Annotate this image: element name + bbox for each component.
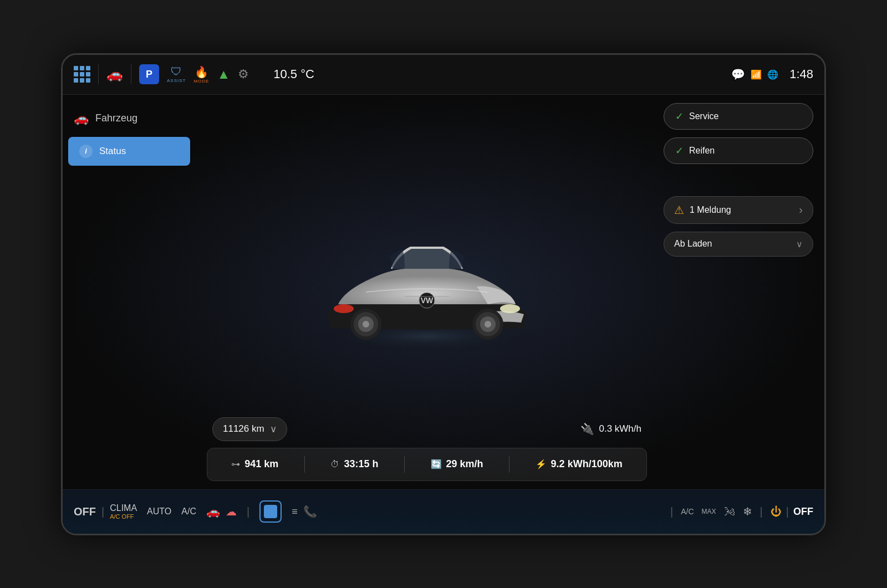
wifi-icon: 🌐 xyxy=(767,69,778,80)
ac-off-text: A/C OFF xyxy=(110,513,134,520)
km-value: 11126 km xyxy=(223,423,264,434)
speed-icon: 🔄 xyxy=(431,459,442,469)
assist-button[interactable]: 🛡 ASSIST xyxy=(167,65,186,83)
svg-point-1 xyxy=(500,304,520,313)
energy-display: 🔌 0.3 kWh/h xyxy=(580,422,641,436)
power-icon[interactable]: ⏻ xyxy=(771,505,782,518)
warning-label: 1 Meldung xyxy=(690,205,731,215)
stat-divider-3 xyxy=(509,456,509,473)
time-display: 1:48 xyxy=(789,67,813,81)
reifen-button[interactable]: ✓ Reifen xyxy=(664,137,813,164)
trip-distance: ⊶ 941 km xyxy=(231,458,278,470)
top-bar-right: 💬 📶 🌐 1:48 xyxy=(731,67,813,81)
warning-chevron-icon: › xyxy=(799,203,803,216)
seat-heat-icon[interactable]: 🚗 xyxy=(206,505,220,518)
climate-square-button[interactable] xyxy=(259,500,282,523)
time-icon: ⏱ xyxy=(330,459,339,469)
park-button[interactable]: P xyxy=(139,64,159,84)
message-icon[interactable]: 💬 xyxy=(731,68,745,81)
abladen-button[interactable]: Ab Laden ∨ xyxy=(664,232,813,257)
navigation-icon[interactable]: ▲ xyxy=(217,67,230,82)
ac-label[interactable]: A/C xyxy=(181,507,196,517)
temperature-display: 10.5 °C xyxy=(273,67,314,81)
square-icon xyxy=(264,505,277,518)
mode-button[interactable]: 🔥 MODE xyxy=(193,65,209,84)
climate-separator-4: | xyxy=(760,505,763,518)
distance-value: 941 km xyxy=(244,458,278,470)
trip-stats-row: ⊶ 941 km ⏱ 33:15 h 🔄 29 km/h xyxy=(207,448,647,481)
abladen-label: Ab Laden xyxy=(674,239,712,249)
defrost-icon[interactable]: ❄ xyxy=(743,505,752,518)
time-value: 33:15 h xyxy=(344,458,378,470)
climate-separator-1: | xyxy=(101,505,104,518)
service-button[interactable]: ✓ Service xyxy=(664,103,813,130)
stats-area: 11126 km ∨ 🔌 0.3 kWh/h ⊶ 941 km xyxy=(196,412,658,489)
power-off-group: ⏻ | OFF xyxy=(771,505,813,518)
separator-1 xyxy=(98,64,99,84)
climate-separator-3: | xyxy=(670,505,673,518)
top-bar-left: 🚗 P 🛡 ASSIST 🔥 MODE ▲ ⚙ 10.5 °C xyxy=(74,64,723,84)
km-chevron-icon: ∨ xyxy=(270,423,277,435)
reifen-label: Reifen xyxy=(689,146,715,156)
status-info-icon: i xyxy=(79,145,93,158)
svg-point-2 xyxy=(334,304,354,313)
reifen-check-icon: ✓ xyxy=(675,145,684,157)
main-screen: 🚗 P 🛡 ASSIST 🔥 MODE ▲ ⚙ 10.5 °C 💬 📶 xyxy=(61,53,826,535)
service-check-icon: ✓ xyxy=(675,110,684,122)
abladen-chevron-icon: ∨ xyxy=(796,239,803,249)
trip-speed: 🔄 29 km/h xyxy=(431,458,483,470)
sidebar: 🚗 Fahrzeug i Status xyxy=(63,95,196,489)
warning-triangle-icon: ⚠ xyxy=(674,203,684,217)
settings-icon[interactable]: ⚙ xyxy=(238,67,249,81)
warning-button[interactable]: ⚠ 1 Meldung › xyxy=(664,196,813,224)
climate-bar: OFF | CLIMA A/C OFF AUTO A/C 🚗 ☁ | ≡ 📞 |… xyxy=(63,489,824,534)
energy-plug-icon: 🔌 xyxy=(580,422,594,436)
svg-text:VW: VW xyxy=(421,296,434,305)
clima-text: CLIMA xyxy=(110,503,137,513)
signal-bar-icon: 📶 xyxy=(751,69,762,80)
consumption-value: 9.2 kWh/100km xyxy=(551,458,623,470)
consumption-icon: ⚡ xyxy=(536,459,547,469)
fan-left-icon[interactable]: ☁ xyxy=(226,505,237,518)
fan-right-icon[interactable]: 🌬 xyxy=(724,505,735,518)
trip-time: ⏱ 33:15 h xyxy=(330,458,378,470)
energy-value: 0.3 kWh/h xyxy=(599,423,641,434)
top-bar: 🚗 P 🛡 ASSIST 🔥 MODE ▲ ⚙ 10.5 °C 💬 📶 xyxy=(63,55,824,95)
trip-consumption: ⚡ 9.2 kWh/100km xyxy=(536,458,623,470)
car-nav-icon[interactable]: 🚗 xyxy=(106,67,123,82)
sidebar-item-status[interactable]: i Status xyxy=(68,137,190,166)
sidebar-header: 🚗 Fahrzeug xyxy=(63,106,196,137)
service-label: Service xyxy=(689,111,718,121)
km-selector[interactable]: 11126 km ∨ xyxy=(212,417,287,441)
grid-icon[interactable] xyxy=(74,66,90,83)
right-off-label: OFF xyxy=(793,506,813,518)
speed-value: 29 km/h xyxy=(446,458,483,470)
climate-separator-2: | xyxy=(247,505,249,518)
heat-lines-icon: ≡ xyxy=(292,506,298,518)
ac-max-sub-label: MAX xyxy=(702,508,716,515)
sidebar-title: Fahrzeug xyxy=(95,113,137,124)
spacer xyxy=(664,172,813,188)
ac-max-label: A/C xyxy=(681,507,694,516)
right-panel: ✓ Service ✓ Reifen ⚠ 1 Meldung › Ab Lade… xyxy=(658,95,824,489)
car-area: VW 11126 km ∨ 🔌 0.3 kWh/h xyxy=(196,95,658,489)
svg-point-10 xyxy=(485,321,491,328)
vehicle-icon: 🚗 xyxy=(74,111,89,126)
climate-separator-5: | xyxy=(786,505,789,518)
separator-2 xyxy=(131,64,131,84)
stat-divider-1 xyxy=(304,456,305,473)
stat-divider-2 xyxy=(404,456,405,473)
car-illustration: VW xyxy=(294,203,560,359)
sidebar-item-status-label: Status xyxy=(99,146,126,157)
clima-label-group: CLIMA A/C OFF xyxy=(110,503,137,520)
climate-off-label: OFF xyxy=(74,505,96,518)
stats-row-top: 11126 km ∨ 🔌 0.3 kWh/h xyxy=(207,417,647,441)
svg-point-6 xyxy=(363,321,369,328)
phone-icon[interactable]: 📞 xyxy=(303,505,317,518)
main-content: 🚗 Fahrzeug i Status xyxy=(63,95,824,489)
auto-label: AUTO xyxy=(147,507,171,517)
right-climate-controls: | A/C MAX 🌬 ❄ | ⏻ | OFF xyxy=(670,505,813,518)
distance-icon: ⊶ xyxy=(231,459,240,469)
